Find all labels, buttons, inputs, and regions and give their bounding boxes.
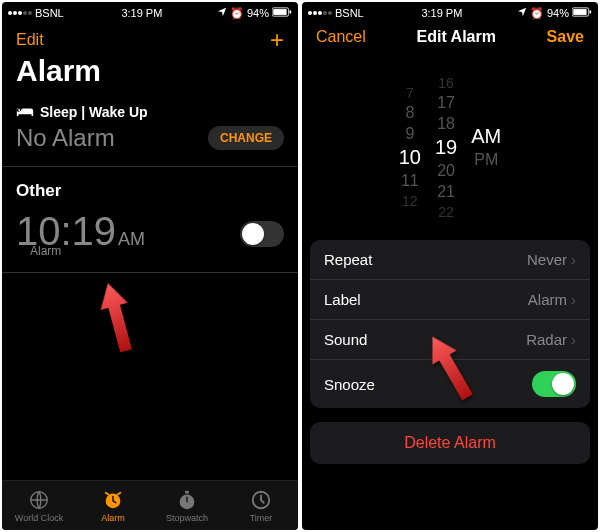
row-value: Alarm bbox=[528, 291, 567, 308]
tab-world-clock[interactable]: World Clock bbox=[2, 481, 76, 530]
ampm-column[interactable]: AM PM bbox=[471, 125, 501, 169]
bed-icon bbox=[16, 104, 34, 120]
edit-alarm-screen: BSNL 3:19 PM ⏰ 94% Cancel Edit Alarm Sav… bbox=[302, 2, 598, 530]
modal-nav: Cancel Edit Alarm Save bbox=[302, 22, 598, 48]
signal-icon bbox=[308, 11, 332, 15]
sleep-header-label: Sleep | Wake Up bbox=[40, 104, 148, 120]
tab-label: Timer bbox=[250, 513, 273, 523]
change-button[interactable]: CHANGE bbox=[208, 126, 284, 150]
tab-stopwatch[interactable]: Stopwatch bbox=[150, 481, 224, 530]
signal-icon bbox=[8, 11, 32, 15]
status-bar: BSNL 3:19 PM ⏰ 94% bbox=[302, 2, 598, 22]
row-value: Radar bbox=[526, 331, 567, 348]
other-section-header: Other bbox=[2, 167, 298, 207]
alarm-enable-toggle[interactable] bbox=[240, 221, 284, 247]
row-label: Repeat bbox=[324, 251, 372, 268]
svg-rect-1 bbox=[273, 9, 286, 15]
sleep-section-header: Sleep | Wake Up bbox=[2, 98, 298, 122]
location-icon bbox=[517, 7, 527, 19]
pointer-arrow-icon bbox=[89, 278, 146, 356]
battery-icon bbox=[572, 7, 592, 19]
tab-label: Stopwatch bbox=[166, 513, 208, 523]
svg-rect-2 bbox=[290, 10, 292, 13]
add-alarm-button[interactable]: + bbox=[270, 28, 284, 52]
sleep-row: No Alarm CHANGE bbox=[2, 122, 298, 167]
alarm-status-icon: ⏰ bbox=[530, 7, 544, 20]
svg-rect-10 bbox=[590, 10, 592, 13]
location-icon bbox=[217, 7, 227, 19]
page-title: Alarm bbox=[2, 54, 298, 98]
modal-title: Edit Alarm bbox=[417, 28, 496, 46]
row-label: Label bbox=[324, 291, 361, 308]
svg-rect-9 bbox=[573, 9, 586, 15]
alarm-time-ampm: AM bbox=[118, 229, 145, 250]
minute-column[interactable]: 16 17 18 19 20 21 22 bbox=[435, 75, 457, 220]
carrier-label: BSNL bbox=[335, 7, 364, 19]
save-button[interactable]: Save bbox=[547, 28, 584, 46]
row-label: Snooze bbox=[324, 376, 375, 393]
snooze-toggle[interactable] bbox=[532, 371, 576, 397]
tab-bar: World Clock Alarm Stopwatch Timer bbox=[2, 480, 298, 530]
battery-icon bbox=[272, 7, 292, 19]
chevron-right-icon: › bbox=[571, 251, 576, 268]
status-time: 3:19 PM bbox=[121, 7, 162, 19]
nav-row: Edit + bbox=[2, 22, 298, 54]
status-bar: BSNL 3:19 PM ⏰ 94% bbox=[2, 2, 298, 22]
sound-row[interactable]: Sound Radar› bbox=[310, 320, 590, 360]
alarm-screen: BSNL 3:19 PM ⏰ 94% Edit + Alarm Sleep | … bbox=[2, 2, 298, 530]
cancel-button[interactable]: Cancel bbox=[316, 28, 366, 46]
battery-label: 94% bbox=[547, 7, 569, 19]
tab-label: Alarm bbox=[101, 513, 125, 523]
svg-rect-6 bbox=[185, 490, 189, 493]
tab-timer[interactable]: Timer bbox=[224, 481, 298, 530]
delete-alarm-button[interactable]: Delete Alarm bbox=[310, 422, 590, 464]
alarm-status-icon: ⏰ bbox=[230, 7, 244, 20]
settings-list: Repeat Never› Label Alarm› Sound Radar› … bbox=[310, 240, 590, 408]
chevron-right-icon: › bbox=[571, 291, 576, 308]
status-time: 3:19 PM bbox=[421, 7, 462, 19]
row-label: Sound bbox=[324, 331, 367, 348]
no-alarm-label: No Alarm bbox=[16, 124, 115, 152]
repeat-row[interactable]: Repeat Never› bbox=[310, 240, 590, 280]
hour-column[interactable]: 7 8 9 10 11 12 bbox=[399, 85, 421, 209]
time-picker[interactable]: 7 8 9 10 11 12 16 17 18 19 20 21 22 AM P… bbox=[302, 72, 598, 222]
battery-label: 94% bbox=[247, 7, 269, 19]
carrier-label: BSNL bbox=[35, 7, 64, 19]
chevron-right-icon: › bbox=[571, 331, 576, 348]
edit-button[interactable]: Edit bbox=[16, 31, 44, 49]
snooze-row: Snooze bbox=[310, 360, 590, 408]
tab-alarm[interactable]: Alarm bbox=[76, 481, 150, 530]
label-row[interactable]: Label Alarm› bbox=[310, 280, 590, 320]
row-value: Never bbox=[527, 251, 567, 268]
alarm-row[interactable]: 10:19 AM Alarm bbox=[2, 207, 298, 273]
tab-label: World Clock bbox=[15, 513, 63, 523]
